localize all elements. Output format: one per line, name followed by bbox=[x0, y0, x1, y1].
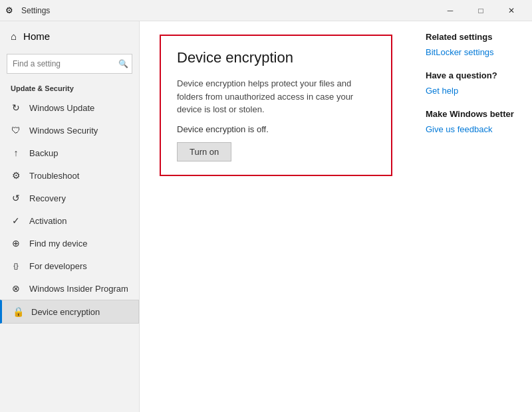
encryption-status: Device encryption is off. bbox=[177, 124, 375, 134]
bitlocker-settings-link[interactable]: BitLocker settings bbox=[426, 47, 519, 57]
search-icon: 🔍 bbox=[118, 59, 128, 68]
maximize-button[interactable]: □ bbox=[466, 0, 496, 21]
question-title: Have a question? bbox=[426, 70, 519, 80]
windows-better-section: Make Windows better Give us feedback bbox=[426, 109, 519, 134]
sidebar-item-windows-insider[interactable]: ⊗ Windows Insider Program bbox=[0, 277, 139, 300]
sidebar-item-backup[interactable]: ↑ Backup bbox=[0, 142, 139, 164]
sidebar-item-label: Activation bbox=[29, 216, 66, 226]
sidebar-item-label: Backup bbox=[29, 148, 58, 158]
sidebar-item-label: Windows Security bbox=[29, 126, 98, 136]
window-controls: ─ □ ✕ bbox=[435, 0, 527, 21]
turn-on-button[interactable]: Turn on bbox=[177, 142, 231, 161]
shield-icon: 🛡 bbox=[11, 125, 21, 136]
minimize-button[interactable]: ─ bbox=[435, 0, 466, 21]
close-button[interactable]: ✕ bbox=[496, 0, 527, 21]
troubleshoot-icon: ⚙ bbox=[11, 170, 21, 181]
activation-icon: ✓ bbox=[11, 215, 21, 226]
titlebar: ⚙ Settings ─ □ ✕ bbox=[0, 0, 532, 21]
have-a-question-section: Have a question? Get help bbox=[426, 70, 519, 96]
windows-better-title: Make Windows better bbox=[426, 109, 519, 119]
sidebar-item-recovery[interactable]: ↺ Recovery bbox=[0, 187, 139, 209]
insider-icon: ⊗ bbox=[11, 283, 21, 294]
sidebar-home-label: Home bbox=[23, 31, 50, 42]
sidebar-section-label: Update & Security bbox=[0, 79, 139, 96]
right-panel: Related settings BitLocker settings Have… bbox=[412, 21, 532, 412]
recovery-icon: ↺ bbox=[11, 193, 21, 203]
app-container: ⌂ Home 🔍 Update & Security ↻ Windows Upd… bbox=[0, 21, 532, 412]
content-description: Device encryption helps protect your fil… bbox=[177, 77, 375, 116]
developers-icon: {} bbox=[11, 260, 21, 271]
sidebar-item-label: Troubleshoot bbox=[29, 171, 79, 181]
sidebar: ⌂ Home 🔍 Update & Security ↻ Windows Upd… bbox=[0, 21, 140, 412]
sidebar-item-windows-update[interactable]: ↻ Windows Update bbox=[0, 96, 139, 119]
feedback-link[interactable]: Give us feedback bbox=[426, 124, 519, 134]
sidebar-item-find-my-device[interactable]: ⊕ Find my device bbox=[0, 232, 139, 255]
search-input[interactable] bbox=[7, 54, 132, 74]
sidebar-item-label: Device encryption bbox=[31, 307, 100, 317]
sidebar-item-activation[interactable]: ✓ Activation bbox=[0, 209, 139, 232]
sidebar-item-label: Find my device bbox=[29, 239, 87, 249]
page-title: Device encryption bbox=[177, 49, 375, 66]
home-icon: ⌂ bbox=[11, 31, 17, 42]
titlebar-title: Settings bbox=[21, 6, 435, 15]
sidebar-item-label: Windows Insider Program bbox=[29, 284, 128, 294]
sidebar-item-label: For developers bbox=[29, 261, 87, 271]
get-help-link[interactable]: Get help bbox=[426, 86, 519, 96]
find-device-icon: ⊕ bbox=[11, 238, 21, 249]
backup-icon: ↑ bbox=[11, 148, 21, 158]
settings-icon: ⚙ bbox=[5, 5, 16, 16]
sidebar-item-for-developers[interactable]: {} For developers bbox=[0, 255, 139, 277]
windows-update-icon: ↻ bbox=[11, 102, 21, 113]
sidebar-item-label: Recovery bbox=[29, 193, 66, 203]
device-encryption-box: Device encryption Device encryption help… bbox=[160, 35, 392, 176]
lock-icon: 🔒 bbox=[13, 306, 23, 317]
sidebar-item-label: Windows Update bbox=[29, 103, 94, 113]
sidebar-item-device-encryption[interactable]: 🔒 Device encryption bbox=[0, 300, 139, 324]
related-settings-section: Related settings BitLocker settings bbox=[426, 32, 519, 57]
sidebar-item-windows-security[interactable]: 🛡 Windows Security bbox=[0, 119, 139, 142]
related-settings-title: Related settings bbox=[426, 32, 519, 42]
search-box: 🔍 bbox=[7, 54, 132, 74]
sidebar-item-troubleshoot[interactable]: ⚙ Troubleshoot bbox=[0, 164, 139, 187]
main-content: Device encryption Device encryption help… bbox=[140, 21, 412, 412]
sidebar-item-home[interactable]: ⌂ Home bbox=[0, 21, 139, 51]
